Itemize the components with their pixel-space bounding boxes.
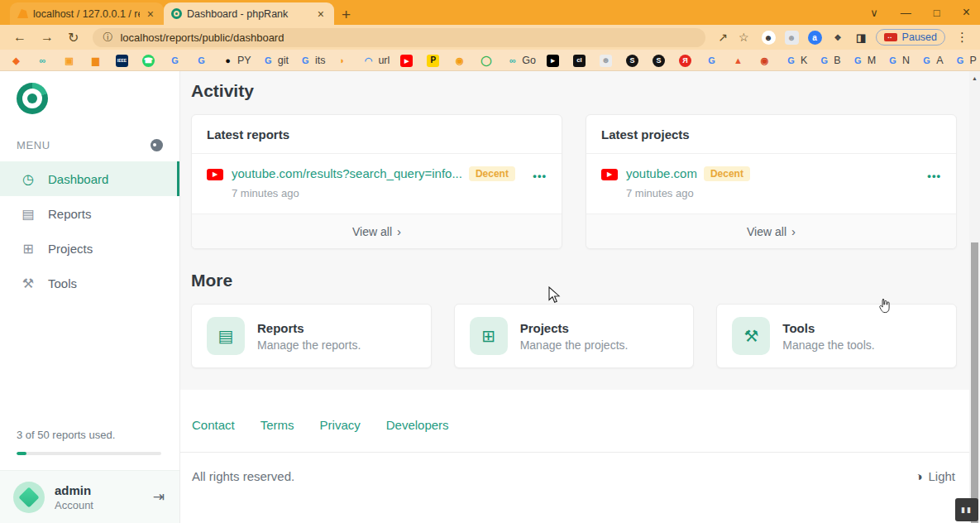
extension-icon[interactable]: ◨ — [854, 31, 868, 45]
bookmark-item[interactable]: ☎ — [142, 55, 158, 67]
browser-menu-kebab-icon[interactable]: ⋮ — [953, 30, 972, 45]
minimize-icon[interactable]: — — [901, 7, 911, 18]
tab-phpmyadmin[interactable]: localhost / 127.0.0.1 / reports / u × — [10, 2, 164, 25]
bookmark-favicon-icon: ◠ — [362, 55, 375, 67]
tab-strip: localhost / 127.0.0.1 / reports / u × Da… — [0, 0, 980, 25]
sidebar-item[interactable]: ⚒ Tools — [0, 266, 179, 300]
more-cards: ▤ Reports Manage the reports. ⊞ Projects — [191, 304, 957, 368]
more-card-subtitle: Manage the reports. — [257, 338, 361, 352]
page-scrollbar[interactable]: ▲ — [969, 71, 980, 523]
bookmark-item[interactable]: G M — [852, 55, 876, 67]
pause-overlay-button[interactable]: ▮▮ — [955, 498, 978, 521]
report-link[interactable]: youtube.com/results?search_query=info... — [232, 166, 462, 180]
bookmark-item[interactable]: ∞ — [36, 55, 52, 67]
sidebar-item-label: Reports — [48, 207, 92, 221]
footer-link[interactable]: Contact — [192, 418, 235, 432]
extension-icon[interactable]: ☻ — [762, 31, 776, 45]
more-card[interactable]: ⚒ Tools Manage the tools. — [716, 304, 957, 368]
bookmark-item[interactable]: ◯ — [480, 55, 495, 67]
window-close-icon[interactable]: × — [963, 6, 970, 19]
bookmark-item[interactable]: G — [169, 55, 184, 67]
bookmark-label: K — [801, 55, 807, 66]
address-bar[interactable]: ⓘ localhost/reports/public/dashboard — [93, 28, 705, 47]
bookmark-item[interactable]: ▶ — [400, 55, 416, 67]
bookmark-item[interactable]: IEEE — [116, 55, 131, 67]
site-info-icon[interactable]: ⓘ — [103, 31, 112, 45]
bookmark-item[interactable]: ◉ — [453, 55, 469, 67]
bookmark-item[interactable]: ◗ — [336, 55, 351, 67]
bookmark-item[interactable]: G A — [920, 55, 943, 67]
status-badge: Decent — [704, 166, 750, 181]
bookmark-star-icon[interactable]: ☆ — [735, 31, 753, 44]
tab-dashboard-phprank[interactable]: Dashboard - phpRank × — [164, 2, 334, 25]
extension-icon[interactable]: a — [808, 31, 822, 45]
scrollbar-thumb[interactable] — [971, 242, 978, 523]
logout-icon[interactable]: ⇥ — [153, 488, 165, 506]
more-card[interactable]: ▤ Reports Manage the reports. — [191, 304, 432, 368]
report-link[interactable]: youtube.com — [626, 166, 697, 180]
share-icon[interactable]: ↗ — [715, 31, 731, 44]
scroll-up-arrow-icon[interactable]: ▲ — [969, 75, 980, 81]
bookmark-item[interactable]: ◆ — [10, 55, 26, 67]
new-tab-button[interactable]: + — [342, 7, 351, 22]
bookmark-item[interactable]: G its — [299, 55, 326, 67]
bookmark-item[interactable]: G K — [785, 55, 807, 67]
row-menu-ellipsis-icon[interactable]: ••• — [533, 166, 547, 182]
bookmark-item[interactable]: Я — [679, 55, 695, 67]
bookmark-item[interactable]: G — [705, 55, 721, 67]
bookmark-item[interactable]: G — [195, 55, 211, 67]
content-scroll: Activity Latest reports ▶ youtube.com/re… — [180, 71, 980, 368]
bookmark-item[interactable]: ◠ url — [362, 55, 390, 67]
bookmark-item[interactable]: ☻ — [600, 55, 615, 67]
extension-icon[interactable]: ☻ — [785, 31, 799, 45]
browser-window: localhost / 127.0.0.1 / reports / u × Da… — [0, 0, 980, 523]
account-card[interactable]: admin Account ⇥ — [0, 470, 179, 523]
bookmark-item[interactable]: ▆ — [89, 55, 105, 67]
paused-extension-button[interactable]: ▪▪ Paused — [876, 29, 945, 46]
bookmark-item[interactable]: ∞ Go — [506, 55, 536, 67]
sidebar-item[interactable]: ⊞ Projects — [0, 231, 179, 266]
bookmark-item[interactable]: ◉ — [758, 55, 774, 67]
maximize-icon[interactable]: □ — [934, 7, 940, 18]
account-name: admin — [55, 483, 93, 497]
tab-close-icon[interactable]: × — [315, 7, 327, 21]
footer-link[interactable]: Terms — [261, 418, 294, 432]
bookmark-item[interactable]: ▸ — [547, 55, 562, 67]
phprank-logo-icon[interactable] — [17, 83, 48, 114]
sidebar-item[interactable]: ◷ Dashboard — [0, 161, 179, 196]
bookmark-item[interactable]: ● PY — [222, 55, 251, 67]
more-card[interactable]: ⊞ Projects Manage the projects. — [454, 304, 695, 368]
view-all-button[interactable]: View all› — [192, 214, 562, 248]
bookmark-item[interactable]: G N — [887, 55, 910, 67]
bookmark-item[interactable]: cl — [573, 55, 589, 67]
bookmark-item[interactable]: G P — [954, 55, 976, 67]
row-menu-ellipsis-icon[interactable]: ••• — [927, 166, 941, 182]
youtube-favicon-icon: ▶ — [601, 169, 618, 180]
back-icon[interactable]: ← — [8, 30, 31, 45]
more-card-subtitle: Manage the projects. — [520, 338, 629, 352]
footer-link[interactable]: Developers — [386, 418, 449, 432]
extension-icon[interactable]: ❖ — [831, 31, 845, 45]
forward-icon[interactable]: → — [36, 30, 59, 45]
bookmark-item[interactable]: S — [626, 55, 642, 67]
tab-search-chevron-icon[interactable]: ∨ — [870, 7, 878, 18]
bookmark-favicon-icon: S — [626, 55, 638, 67]
bookmark-item[interactable]: ▣ — [63, 55, 79, 67]
theme-toggle[interactable]: ◑ Light — [915, 469, 955, 483]
footer-link[interactable]: Privacy — [320, 418, 361, 432]
more-card-icon: ▤ — [207, 317, 245, 355]
sidebar-item-icon: ⊞ — [20, 241, 36, 257]
view-all-label: View all — [352, 225, 392, 238]
bookmark-label: A — [936, 55, 943, 66]
bookmark-item[interactable]: G git — [262, 55, 289, 67]
sidebar-item[interactable]: ▤ Reports — [0, 196, 179, 231]
reload-icon[interactable]: ↻ — [63, 30, 84, 46]
view-all-button[interactable]: View all› — [586, 214, 956, 248]
bookmark-item[interactable]: ▲ — [732, 55, 748, 67]
bookmark-item[interactable]: G B — [818, 55, 840, 67]
sidebar-item-label: Dashboard — [48, 172, 108, 186]
bookmark-item[interactable]: P — [427, 55, 442, 67]
tab-close-icon[interactable]: × — [145, 7, 156, 21]
bookmark-item[interactable]: S — [653, 55, 668, 67]
menu-customize-icon[interactable] — [151, 139, 163, 151]
